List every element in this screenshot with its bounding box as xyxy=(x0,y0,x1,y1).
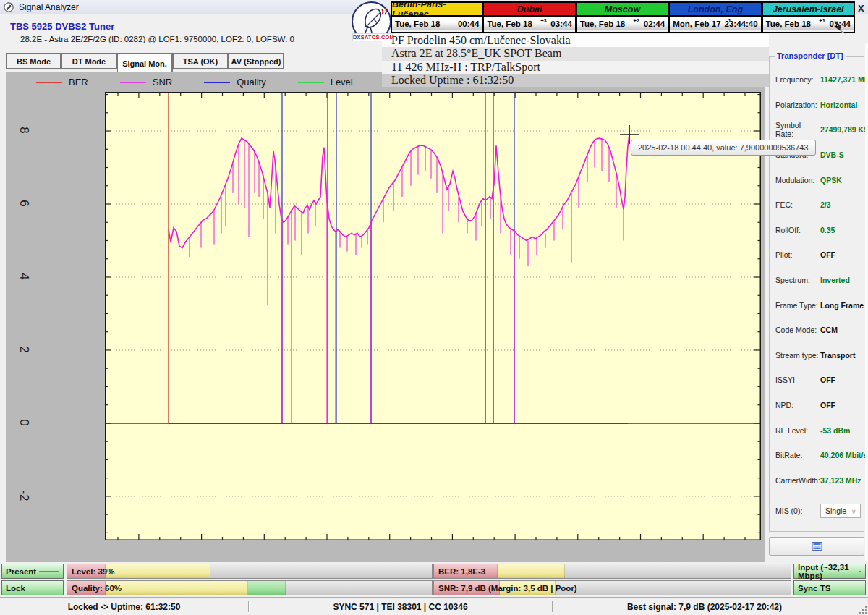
transponder-value: 0.35 xyxy=(820,226,835,234)
tuner-name: TBS 5925 DVBS2 Tuner xyxy=(10,21,114,32)
clock-time-row: Tue, Feb 1800:44 xyxy=(392,17,482,30)
y-tick-label: 4 xyxy=(17,268,31,284)
clock-city: Dubai xyxy=(484,3,574,17)
transponder-value: DVB-S xyxy=(820,150,844,159)
satellite-dish-icon xyxy=(356,5,388,35)
transponder-row-frame-type-: Frame Type:Long Frame xyxy=(770,292,864,318)
status-sync-counters: SYNC 571 | TEI 38301 | CC 10346 xyxy=(249,598,552,615)
clocks-close-icon[interactable]: X xyxy=(858,3,864,14)
clock-city: Jerusalem-Israel xyxy=(763,3,854,17)
progress-bar-quality: Quality: 60% xyxy=(67,580,433,595)
transponder-value: -53 dBm xyxy=(820,426,850,435)
clock-time: 00:44 xyxy=(458,20,479,28)
status-row-quality: LockQuality: 60%SNR: 7,9 dB (Margin: 3,5… xyxy=(0,580,868,595)
status-row-level: PresentLevel: 39%BER: 1,8E-3Input (~32,3… xyxy=(0,564,868,579)
transponder-value: OFF xyxy=(820,401,835,410)
legend-item-ber: BER xyxy=(36,77,88,88)
clock-utc-offset: +2 xyxy=(634,17,640,24)
legend-label: Level xyxy=(331,77,353,88)
clock-city: Moscow xyxy=(577,3,668,17)
transponder-value: Inverted xyxy=(820,276,850,284)
resize-grip[interactable] xyxy=(857,604,867,614)
window-edge xyxy=(865,43,868,561)
transponder-save-button[interactable] xyxy=(769,537,864,556)
transponder-label: NPD: xyxy=(775,401,820,410)
legend-item-quality: Quality xyxy=(204,77,265,88)
y-tick-label: 6 xyxy=(17,195,31,211)
dxsatcs-logo: DXSATCS.COM xyxy=(352,1,393,43)
bar-segment-yellow xyxy=(106,581,248,595)
bar-segment-yellow xyxy=(498,564,565,578)
transponder-value: OFF xyxy=(820,376,835,384)
mis-dropdown[interactable]: Single∨ xyxy=(820,504,861,518)
badge-present: Present xyxy=(1,564,64,579)
transponder-row-issyi: ISSYIOFF xyxy=(770,368,864,393)
clock-time: 02:44 xyxy=(644,20,665,28)
transponder-row-carrierwidth-: CarrierWidth:37,123 MHz xyxy=(770,468,864,493)
legend-swatch xyxy=(36,82,62,83)
legend-item-snr: SNR xyxy=(120,77,172,88)
legend-item-level: Level xyxy=(298,77,353,88)
transponder-label: ISSYI xyxy=(775,376,820,384)
info-line-frequency: 11 426 MHz-H : TRP/TalkSport xyxy=(382,61,769,74)
clock-date: Mon, Feb 17 xyxy=(673,20,724,28)
transponder-row-code-mode-: Code Mode:CCM xyxy=(770,318,864,343)
tab-av-stopped-[interactable]: AV (Stopped) xyxy=(229,53,284,69)
tab-bs-mode[interactable]: BS Mode xyxy=(6,53,61,69)
transponder-label: MIS (0): xyxy=(775,506,820,515)
transponder-value: 37,123 MHz xyxy=(820,476,861,485)
status-bar: Locked -> Uptime: 61:32:50 SYNC 571 | TE… xyxy=(0,598,868,615)
bar-segment-green xyxy=(248,581,285,595)
transponder-label: RollOff: xyxy=(775,226,820,234)
y-tick-label: 2 xyxy=(17,342,31,357)
mode-tabs: BS ModeDT ModeSignal Mon.TSA (OK)AV (Sto… xyxy=(6,53,284,72)
transponder-row-rolloff-: RollOff:0.35 xyxy=(770,218,864,243)
bar-label: Level: 39% xyxy=(72,564,114,578)
transponder-label: FEC: xyxy=(775,200,820,209)
y-tick-label: 8 xyxy=(17,122,31,138)
badge-lock: Lock xyxy=(1,580,64,595)
status-best-signal: Best signal: 7,9 dB (2025-02-17 20:42) xyxy=(553,598,856,615)
progress-bar-level: Level: 39% xyxy=(67,564,433,579)
legend-swatch xyxy=(204,82,230,83)
transponder-label: Stream type: xyxy=(775,351,820,360)
clock-time-row: Tue, Feb 18+303:44 xyxy=(484,17,574,30)
transponder-label: Modulation: xyxy=(775,176,820,184)
antenna-info-strip: PF Prodelin 450 cm/Lučenec-Slovakia Astr… xyxy=(382,34,769,87)
window-title: Signal Analyzer xyxy=(19,2,79,12)
legend-label: BER xyxy=(69,77,88,88)
transponder-label: Frame Type: xyxy=(775,301,820,310)
tab-signal-mon-[interactable]: Signal Mon. xyxy=(117,53,173,72)
clock-london-eng: London, EngMon, Feb 17-123:44:40 xyxy=(669,1,762,33)
transponder-row-modulation-: Modulation:QPSK xyxy=(770,167,864,192)
transponder-row-stream-type-: Stream type:Transport xyxy=(770,343,864,368)
transponder-value: Long Frame xyxy=(820,301,864,310)
clock-date: Tue, Feb 18 xyxy=(395,20,458,28)
transponder-panel: Transponder [DT] Frequency:11427,371 MHz… xyxy=(769,56,864,532)
transponder-panel-title: Transponder [DT] xyxy=(775,51,846,60)
info-line-uptime: Locked Uptime : 61:32:50 xyxy=(382,74,769,87)
bar-label: BER: 1,8E-3 xyxy=(438,564,485,578)
tab-dt-mode[interactable]: DT Mode xyxy=(61,53,117,69)
legend-swatch xyxy=(298,82,324,83)
tuner-detail: 28.2E - Astra 2E/2F/2G (ID: 0282) @ LOF1… xyxy=(20,35,294,43)
info-line-satellite: Astra 2E at 28.5°E_UK SPOT Beam xyxy=(382,47,769,60)
legend-label: SNR xyxy=(153,77,172,88)
bar-label: SNR: 7,9 dB (Margin: 3,5 dB | Poor) xyxy=(438,581,577,595)
clock-time: 03:44 xyxy=(550,20,571,28)
clock-utc-offset: +1 xyxy=(819,17,825,24)
clock-moscow: MoscowTue, Feb 18+202:44 xyxy=(576,1,669,33)
clock-time-row: Tue, Feb 18+202:44 xyxy=(577,17,668,30)
transponder-value: 11427,371 MHz xyxy=(820,75,868,84)
signal-plot[interactable] xyxy=(105,92,761,540)
transponder-value: QPSK xyxy=(820,176,842,184)
transponder-value: Horizontal xyxy=(820,101,857,109)
tab-tsa-ok-[interactable]: TSA (OK) xyxy=(173,53,229,69)
transponder-label: Symbol Rate: xyxy=(775,121,820,138)
transponder-value: OFF xyxy=(820,250,835,259)
transponder-row-npd-: NPD:OFF xyxy=(770,393,864,418)
transponder-label: CarrierWidth: xyxy=(775,476,820,485)
bar-segment-yellow xyxy=(106,564,210,578)
info-line-antenna: PF Prodelin 450 cm/Lučenec-Slovakia xyxy=(382,34,769,47)
clock-dubai: DubaiTue, Feb 18+303:44 xyxy=(483,1,576,33)
